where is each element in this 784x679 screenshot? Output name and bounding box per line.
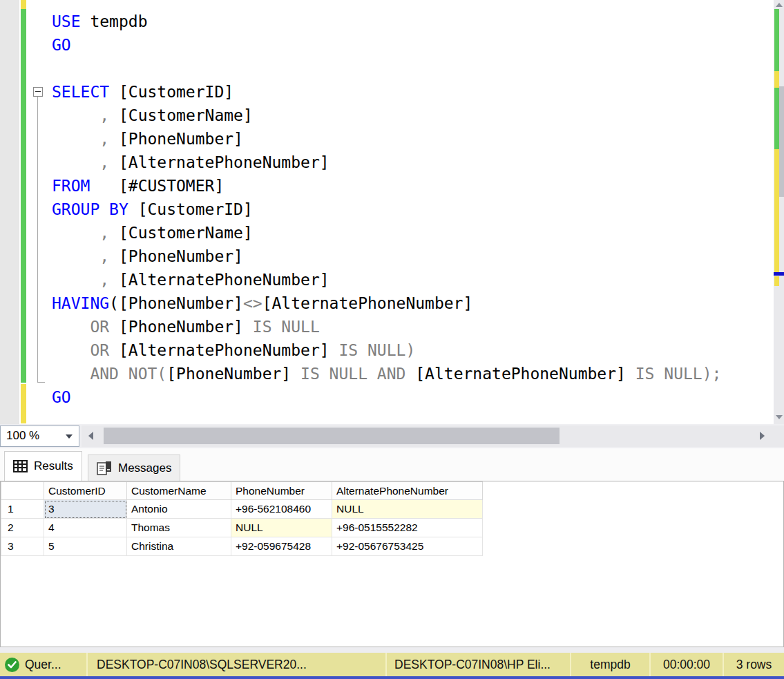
grid-corner-cell[interactable] [1, 482, 44, 500]
status-server-name: DESKTOP-C07IN08\SQLSERVER20... [88, 653, 387, 676]
change-bar-unsaved [21, 0, 26, 9]
code-line[interactable]: , [AlternatePhoneNumber] [52, 268, 774, 291]
code-block-guide [37, 97, 38, 382]
success-check-icon [5, 658, 19, 672]
scroll-mark-unsaved [774, 71, 779, 88]
grid-body: 13Antonio+96-562108460NULL24ThomasNULL+9… [1, 500, 483, 556]
ssms-query-window: USE tempdbGOSELECT [CustomerID] , [Custo… [0, 0, 784, 679]
grid-cell[interactable]: Antonio [127, 500, 231, 519]
scroll-left-icon[interactable] [88, 432, 93, 440]
grid-header-row: CustomerIDCustomerNamePhoneNumberAlterna… [1, 482, 483, 500]
code-line[interactable]: AND NOT([PhoneNumber] IS NULL AND [Alter… [52, 362, 774, 385]
scroll-down-icon[interactable] [776, 415, 783, 419]
column-header[interactable]: CustomerName [127, 482, 231, 500]
code-line[interactable]: , [CustomerName] [52, 221, 774, 245]
column-header[interactable]: PhoneNumber [231, 482, 332, 500]
code-line[interactable]: USE tempdb [52, 10, 774, 33]
sql-editor[interactable]: USE tempdbGOSELECT [CustomerID] , [Custo… [0, 0, 784, 424]
editor-vertical-scrollbar[interactable] [774, 0, 784, 424]
code-line[interactable]: OR [AlternatePhoneNumber] IS NULL) [52, 338, 774, 362]
tab-messages-label: Messages [118, 461, 171, 475]
code-line[interactable]: , [PhoneNumber] [52, 127, 774, 151]
code-line[interactable]: GROUP BY [CustomerID] [52, 198, 774, 221]
chevron-down-icon [66, 434, 73, 439]
grid-cell[interactable]: +92-059675428 [231, 537, 332, 556]
code-line[interactable]: GO [52, 33, 774, 57]
horizontal-scroll-thumb[interactable] [104, 428, 560, 444]
tab-results[interactable]: Results [4, 451, 82, 481]
code-line[interactable]: , [AlternatePhoneNumber] [52, 151, 774, 174]
grid-cell[interactable]: +96-562108460 [231, 500, 332, 519]
scroll-mark-unsaved [774, 276, 779, 286]
scroll-up-icon[interactable] [776, 3, 783, 7]
scroll-right-icon[interactable] [760, 432, 765, 440]
grid-cell[interactable]: 5 [44, 537, 127, 556]
grid-cell[interactable]: NULL [332, 500, 483, 519]
grid-cell[interactable]: NULL [231, 519, 332, 537]
scroll-caret-position-mark [774, 272, 784, 276]
change-bar-saved [21, 9, 26, 383]
messages-icon [97, 461, 112, 475]
row-number[interactable]: 3 [1, 537, 44, 556]
scroll-mark-unsaved [774, 149, 779, 272]
code-line[interactable]: GO [52, 385, 774, 409]
code-line[interactable]: HAVING([PhoneNumber]<>[AlternatePhoneNum… [52, 291, 774, 315]
status-database: tempdb [571, 653, 651, 676]
table-row: 24ThomasNULL+96-0515552282 [1, 519, 483, 537]
grid-cell[interactable]: +92-05676753425 [332, 537, 483, 556]
tab-messages[interactable]: Messages [88, 455, 180, 481]
code-line[interactable]: OR [PhoneNumber] IS NULL [52, 315, 774, 338]
status-elapsed-time: 00:00:00 [651, 653, 724, 676]
status-user-name: DESKTOP-C07IN08\HP Eli... [387, 653, 571, 676]
row-number[interactable]: 1 [1, 500, 44, 519]
status-query-segment: Quer... [0, 653, 88, 676]
results-grid: CustomerIDCustomerNamePhoneNumberAlterna… [1, 481, 483, 556]
row-number[interactable]: 2 [1, 519, 44, 537]
change-bar-unsaved [21, 384, 26, 423]
pane-gap [0, 647, 784, 653]
grid-cell[interactable]: Thomas [127, 519, 231, 537]
zoom-level-value: 100 % [6, 429, 39, 443]
code-line[interactable]: , [CustomerName] [52, 104, 774, 127]
table-row: 35Christina+92-059675428+92-05676753425 [1, 537, 483, 556]
grid-cell[interactable]: +96-0515552282 [332, 519, 483, 537]
status-bar: Quer... DESKTOP-C07IN08\SQLSERVER20... D… [0, 653, 784, 676]
code-line[interactable] [52, 57, 774, 80]
editor-horizontal-scrollbar[interactable] [82, 425, 784, 447]
zoom-dropdown[interactable]: 100 % [0, 425, 79, 447]
table-row: 13Antonio+96-562108460NULL [1, 500, 483, 519]
code-line[interactable]: , [PhoneNumber] [52, 245, 774, 268]
results-grid-icon [13, 460, 28, 472]
code-lines[interactable]: USE tempdbGOSELECT [CustomerID] , [Custo… [26, 0, 774, 424]
window-accent-line [0, 676, 784, 679]
grid-cell[interactable]: 3 [44, 500, 127, 519]
code-line[interactable]: FROM [#CUSTOMER] [52, 174, 774, 198]
code-line[interactable]: SELECT [CustomerID] [52, 80, 774, 104]
vertical-scroll-thumb[interactable] [779, 86, 784, 197]
scroll-mark-saved [774, 9, 779, 71]
code-block-guide-foot [37, 382, 45, 383]
results-pane: CustomerIDCustomerNamePhoneNumberAlterna… [0, 481, 784, 647]
status-query-label: Quer... [25, 658, 61, 672]
column-header[interactable]: AlternatePhoneNumber [332, 482, 483, 500]
collapse-minus-icon[interactable] [33, 87, 43, 97]
results-tab-strip: Results Messages [0, 448, 784, 481]
editor-bottom-bar: 100 % [0, 424, 784, 448]
grid-cell[interactable]: 4 [44, 519, 127, 537]
column-header[interactable]: CustomerID [44, 482, 127, 500]
tab-results-label: Results [34, 459, 73, 473]
status-row-count: 3 rows [724, 653, 784, 676]
editor-indicator-margin [0, 0, 19, 424]
scroll-mark-saved [774, 88, 779, 149]
grid-cell[interactable]: Christina [127, 537, 231, 556]
